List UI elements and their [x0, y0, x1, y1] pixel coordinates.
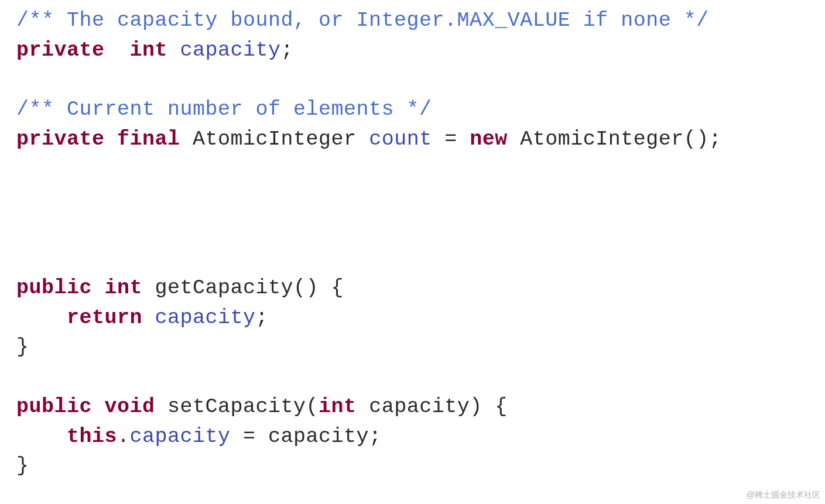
code-token: int: [130, 39, 168, 62]
code-token: new: [470, 128, 508, 151]
code-token: capacity) {: [357, 395, 508, 419]
code-line: [16, 214, 809, 244]
code-token: private: [16, 39, 105, 62]
code-line: public void setCapacity(int capacity) {: [16, 392, 809, 422]
code-token: [167, 39, 180, 62]
code-line: this.capacity = capacity;: [16, 422, 809, 452]
code-line: private int capacity;: [16, 36, 809, 66]
code-line: /** Current number of elements */: [16, 95, 809, 125]
code-token: this: [67, 425, 117, 448]
code-line: [16, 184, 809, 214]
code-token: int: [319, 395, 357, 419]
code-token: /** The capacity bound, or Integer.MAX_V…: [16, 9, 709, 32]
code-token: [92, 276, 105, 300]
code-token: capacity: [130, 425, 231, 448]
code-token: AtomicInteger();: [508, 128, 722, 151]
code-token: }: [16, 454, 29, 478]
code-token: void: [105, 395, 155, 419]
code-token: capacity: [180, 39, 281, 62]
code-token: count: [369, 128, 432, 151]
code-line: [16, 66, 809, 95]
code-token: public: [16, 276, 92, 300]
code-token: /** Current number of elements */: [16, 98, 432, 121]
code-line: }: [16, 332, 809, 362]
code-token: ;: [256, 306, 269, 330]
code-token: [92, 395, 105, 419]
code-token: [142, 306, 155, 330]
code-token: AtomicInteger: [180, 128, 369, 151]
code-token: .: [117, 425, 130, 448]
code-token: = capacity;: [231, 425, 382, 448]
code-token: public: [16, 395, 92, 419]
code-token: [16, 425, 67, 448]
code-token: return: [67, 306, 142, 330]
code-token: final: [117, 128, 180, 151]
code-token: =: [432, 128, 470, 151]
code-token: private: [16, 128, 105, 151]
code-token: [105, 39, 130, 62]
code-line: /** The capacity bound, or Integer.MAX_V…: [16, 6, 809, 36]
code-line: public int getCapacity() {: [16, 273, 809, 303]
code-line: [16, 155, 809, 184]
code-token: int: [105, 276, 143, 300]
code-line: [16, 362, 809, 392]
code-token: }: [16, 335, 29, 359]
code-token: getCapacity() {: [142, 276, 344, 300]
watermark-text: @稀土掘金技术社区: [747, 490, 820, 500]
code-token: capacity: [155, 306, 256, 330]
code-token: [16, 306, 67, 330]
code-line: private final AtomicInteger count = new …: [16, 125, 809, 155]
code-line: }: [16, 451, 809, 481]
code-line: return capacity;: [16, 303, 809, 333]
code-line: [16, 244, 809, 273]
code-token: ;: [281, 39, 294, 62]
code-block: /** The capacity bound, or Integer.MAX_V…: [0, 0, 825, 487]
code-token: [105, 128, 118, 151]
code-token: setCapacity(: [155, 395, 319, 419]
